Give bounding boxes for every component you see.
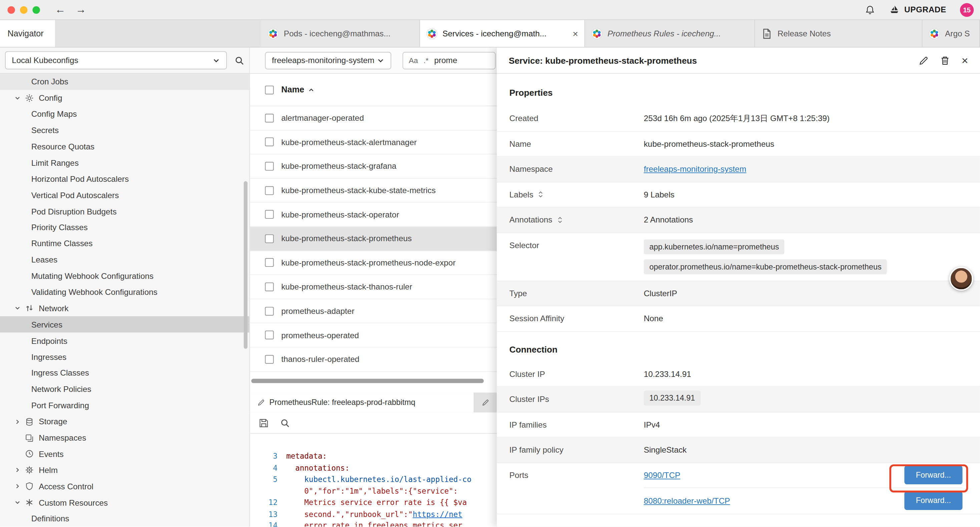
sidebar-item-ingress-classes[interactable]: Ingress Classes — [0, 365, 250, 381]
row-checkbox[interactable] — [265, 331, 274, 339]
detail-label-text: Labels — [509, 190, 533, 199]
row-checkbox[interactable] — [265, 282, 274, 291]
chevron-down-icon[interactable] — [12, 499, 22, 506]
sidebar-item-resource-quotas[interactable]: Resource Quotas — [0, 139, 250, 155]
upgrade-button[interactable]: UPGRADE — [889, 4, 946, 15]
chevron-right-icon[interactable] — [12, 419, 22, 425]
sidebar-item-namespaces[interactable]: Namespaces — [0, 430, 250, 446]
expander-icon[interactable] — [537, 191, 544, 198]
port-link[interactable]: 9090/TCP — [644, 470, 681, 480]
sidebar-item-validating-webhook-configurations[interactable]: Validating Webhook Configurations — [0, 284, 250, 301]
sidebar-item-leases[interactable]: Leases — [0, 252, 250, 268]
row-checkbox[interactable] — [265, 114, 274, 123]
sidebar-item-access-control[interactable]: Access Control — [0, 478, 250, 495]
regex-toggle[interactable]: .* — [424, 56, 429, 65]
dock-tab-next-partial[interactable] — [474, 393, 497, 412]
table-row[interactable]: kube-prometheus-stack-operator — [250, 203, 497, 227]
forward-button[interactable]: → — [76, 4, 86, 15]
sidebar-item-vertical-pod-autoscalers[interactable]: Vertical Pod Autoscalers — [0, 187, 250, 204]
sidebar-item-config[interactable]: Config — [0, 90, 250, 107]
sidebar-item-ingresses[interactable]: Ingresses — [0, 349, 250, 365]
tab-pods-icecheng-mathmas[interactable]: Pods - icecheng@mathmas... — [261, 20, 420, 47]
port-link[interactable]: 8080:reloader-web/TCP — [644, 496, 730, 505]
yaml-editor[interactable]: 3metadata:4 annotations:5 kubectl.kubern… — [250, 434, 497, 527]
table-row[interactable]: kube-prometheus-stack-grafana — [250, 154, 497, 178]
sidebar-item-services[interactable]: Services — [0, 317, 250, 333]
sidebar-item-endpoints[interactable]: Endpoints — [0, 333, 250, 349]
row-checkbox[interactable] — [265, 258, 274, 267]
sidebar-item-mutating-webhook-configurations[interactable]: Mutating Webhook Configurations — [0, 268, 250, 284]
row-checkbox[interactable] — [265, 138, 274, 146]
detail-value: app.kubernetes.io/name=prometheusoperato… — [644, 233, 963, 280]
sidebar-item-network[interactable]: Network — [0, 300, 250, 317]
sidebar-item-runtime-classes[interactable]: Runtime Classes — [0, 236, 250, 252]
tab-services-icecheng-math[interactable]: Services - icecheng@math...× — [420, 20, 585, 47]
save-icon[interactable] — [259, 418, 269, 428]
chevron-right-icon[interactable] — [12, 483, 22, 490]
zoom-window-button[interactable] — [32, 6, 40, 13]
namespace-filter[interactable]: freeleaps-monitoring-system — [265, 52, 391, 69]
match-case-toggle[interactable]: Aa — [409, 56, 418, 65]
delete-button[interactable] — [940, 56, 950, 65]
sidebar-item-limit-ranges[interactable]: Limit Ranges — [0, 155, 250, 171]
tab-prometheus-rules-icecheng[interactable]: Prometheus Rules - icecheng... — [585, 20, 755, 47]
table-row[interactable]: kube-prometheus-stack-prometheus — [250, 227, 497, 251]
row-checkbox[interactable] — [265, 210, 274, 219]
sidebar-item-priority-classes[interactable]: Priority Classes — [0, 220, 250, 236]
dock-tab-prometheusrule[interactable]: PrometheusRule: freeleaps-prod-rabbitmq — [250, 393, 474, 412]
sidebar-item-horizontal-pod-autoscalers[interactable]: Horizontal Pod Autoscalers — [0, 171, 250, 187]
list-search-input[interactable]: Aa .* prome — [402, 52, 496, 69]
chevron-down-icon[interactable] — [12, 305, 22, 312]
user-avatar[interactable] — [949, 267, 973, 291]
namespace-link[interactable]: freeleaps-monitoring-system — [644, 164, 746, 174]
edit-button[interactable] — [919, 56, 929, 65]
sidebar-item-network-policies[interactable]: Network Policies — [0, 381, 250, 398]
minimize-window-button[interactable] — [20, 6, 27, 13]
list-horizontal-scrollbar[interactable] — [251, 379, 484, 383]
sidebar-item-config-maps[interactable]: Config Maps — [0, 106, 250, 123]
name-column-header[interactable]: Name — [281, 85, 314, 94]
table-row[interactable]: kube-prometheus-stack-thanos-ruler — [250, 275, 497, 299]
sidebar-item-storage[interactable]: Storage — [0, 414, 250, 430]
row-checkbox[interactable] — [265, 355, 274, 363]
table-row[interactable]: kube-prometheus-stack-prometheus-node-ex… — [250, 251, 497, 275]
kubeconfig-selector[interactable]: Local Kubeconfigs — [5, 51, 227, 69]
sidebar-item-secrets[interactable]: Secrets — [0, 123, 250, 139]
tab-argo-s[interactable]: Argo S — [923, 20, 980, 47]
close-window-button[interactable] — [7, 6, 15, 13]
table-row[interactable]: prometheus-operated — [250, 323, 497, 347]
table-row[interactable]: prometheus-adapter — [250, 299, 497, 323]
table-row[interactable]: alertmanager-operated — [250, 107, 497, 131]
notification-badge[interactable]: 15 — [960, 3, 974, 16]
chevron-right-icon[interactable] — [12, 467, 22, 473]
sidebar-item-definitions[interactable]: Definitions — [0, 511, 250, 527]
editor-search-icon[interactable] — [280, 418, 290, 428]
close-drawer-button[interactable]: × — [962, 55, 968, 66]
sidebar-item-events[interactable]: Events — [0, 446, 250, 462]
table-row[interactable]: kube-prometheus-stack-alertmanager — [250, 131, 497, 154]
select-all-checkbox[interactable] — [265, 85, 274, 94]
sidebar-search-icon[interactable] — [234, 56, 245, 65]
table-row[interactable]: kube-prometheus-stack-kube-state-metrics — [250, 178, 497, 202]
row-checkbox[interactable] — [265, 162, 274, 170]
chevron-down-icon[interactable] — [12, 95, 22, 101]
expander-icon[interactable] — [556, 216, 563, 223]
bell-icon[interactable] — [865, 5, 875, 15]
forward-button[interactable]: Forward... — [904, 466, 963, 484]
code-text: Metrics service error rate is {{ $va — [286, 498, 467, 507]
tab-release-notes[interactable]: Release Notes — [755, 20, 922, 47]
sidebar-item-helm[interactable]: Helm — [0, 462, 250, 478]
sidebar-scrollbar[interactable] — [244, 181, 248, 349]
row-checkbox[interactable] — [265, 234, 274, 243]
row-checkbox[interactable] — [265, 307, 274, 315]
row-checkbox[interactable] — [265, 186, 274, 195]
back-button[interactable]: ← — [55, 4, 66, 15]
sidebar-item-pod-disruption-budgets[interactable]: Pod Disruption Budgets — [0, 203, 250, 220]
close-tab-icon[interactable]: × — [573, 29, 578, 38]
table-row[interactable]: thanos-ruler-operated — [250, 347, 497, 372]
sidebar-item-port-forwarding[interactable]: Port Forwarding — [0, 397, 250, 414]
sidebar-item-custom-resources[interactable]: Custom Resources — [0, 494, 250, 511]
sidebar-item-cron-jobs[interactable]: Cron Jobs — [0, 74, 250, 90]
navigator-tab[interactable]: Navigator — [0, 20, 55, 47]
forward-button[interactable]: Forward... — [904, 491, 963, 510]
